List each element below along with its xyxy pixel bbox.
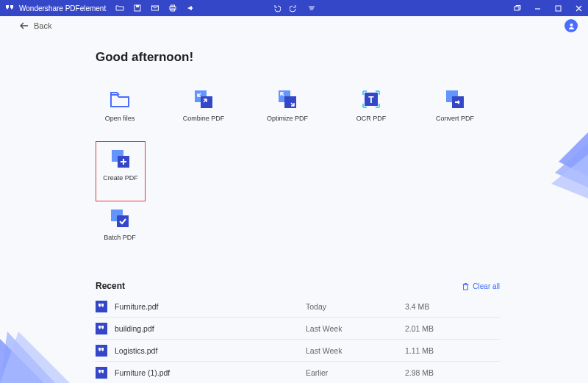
file-date: Last Week <box>306 324 405 333</box>
svg-rect-21 <box>117 215 129 227</box>
recent-row[interactable]: Furniture.pdfToday3.4 MB <box>96 296 500 318</box>
file-icon <box>96 345 107 357</box>
tile-batch[interactable]: Batch PDF <box>98 207 141 241</box>
tile-label: Open files <box>105 115 135 122</box>
file-name: Furniture (1).pdf <box>115 368 306 377</box>
window-close-icon[interactable] <box>573 3 584 13</box>
avatar[interactable] <box>564 19 578 32</box>
svg-rect-8 <box>556 6 561 11</box>
recent-row[interactable]: Furniture (1).pdfEarlier2.98 MB <box>96 362 500 383</box>
svg-rect-22 <box>464 284 468 290</box>
tile-optimize[interactable]: Optimize PDF <box>266 88 309 122</box>
more-icon[interactable] <box>306 3 317 13</box>
file-size: 3.4 MB <box>405 302 429 311</box>
file-name: Logistics.pdf <box>115 346 306 355</box>
clear-all-button[interactable]: Clear all <box>462 282 500 290</box>
combine-icon <box>193 88 215 110</box>
clear-all-label: Clear all <box>473 282 500 290</box>
file-date: Last Week <box>306 346 405 355</box>
app-title: Wondershare PDFelement <box>19 4 106 12</box>
file-date: Earlier <box>306 368 405 377</box>
convert-icon <box>444 88 466 110</box>
app-logo-icon <box>4 3 15 13</box>
tile-folder[interactable]: Open files <box>98 88 141 122</box>
save-icon[interactable] <box>132 3 143 13</box>
redo-icon[interactable] <box>289 3 299 13</box>
ocr-icon: T <box>360 88 382 110</box>
content: Good afternoon! Open filesCombine PDFOpt… <box>0 35 588 383</box>
tile-convert[interactable]: Convert PDF <box>434 88 476 122</box>
svg-rect-6 <box>514 7 519 10</box>
back-row: Back <box>0 16 588 35</box>
titlebar: Wondershare PDFelement <box>0 0 588 16</box>
file-size: 2.01 MB <box>405 324 434 333</box>
tile-label: Combine PDF <box>183 115 225 122</box>
batch-icon <box>109 207 131 229</box>
back-arrow-icon[interactable] <box>19 21 29 30</box>
recent-heading: Recent <box>96 281 125 291</box>
svg-rect-1 <box>136 5 139 7</box>
window-maximize-icon[interactable] <box>553 3 563 13</box>
window-minimize-icon[interactable] <box>532 3 542 13</box>
recent-row[interactable]: building.pdfLast Week2.01 MB <box>96 318 500 340</box>
folder-icon[interactable] <box>115 3 125 13</box>
print-icon[interactable] <box>168 3 178 13</box>
file-icon <box>96 367 107 379</box>
tile-label: Create PDF <box>103 174 138 182</box>
action-grid: Open filesCombine PDFOptimize PDFTOCR PD… <box>96 82 500 260</box>
undo-icon[interactable] <box>271 3 282 13</box>
file-icon <box>96 323 107 334</box>
recent-list: Furniture.pdfToday3.4 MBbuilding.pdfLast… <box>96 296 500 383</box>
tile-label: Batch PDF <box>104 234 136 241</box>
svg-point-9 <box>570 24 573 26</box>
file-name: Furniture.pdf <box>115 302 306 311</box>
mail-icon[interactable] <box>150 3 160 13</box>
file-icon <box>96 301 107 312</box>
file-size: 2.98 MB <box>405 368 434 377</box>
svg-text:T: T <box>368 95 374 105</box>
file-date: Today <box>306 302 405 311</box>
window-restore-icon[interactable] <box>512 3 522 13</box>
svg-rect-4 <box>171 5 175 7</box>
create-icon <box>110 148 132 170</box>
share-icon[interactable] <box>185 3 196 13</box>
tile-label: Optimize PDF <box>267 115 308 122</box>
optimize-icon <box>276 88 298 110</box>
tile-label: Convert PDF <box>436 115 474 122</box>
file-size: 1.11 MB <box>405 346 434 355</box>
tile-label: OCR PDF <box>356 115 387 122</box>
page-title: Good afternoon! <box>96 50 500 65</box>
tile-create[interactable]: Create PDF <box>99 148 142 182</box>
tile-ocr[interactable]: TOCR PDF <box>350 88 392 122</box>
clear-icon <box>462 282 470 290</box>
recent-row[interactable]: Logistics.pdfLast Week1.11 MB <box>96 340 500 362</box>
folder-icon <box>109 88 131 110</box>
tile-combine[interactable]: Combine PDF <box>182 88 225 122</box>
back-label[interactable]: Back <box>34 21 51 30</box>
file-name: building.pdf <box>115 324 306 333</box>
